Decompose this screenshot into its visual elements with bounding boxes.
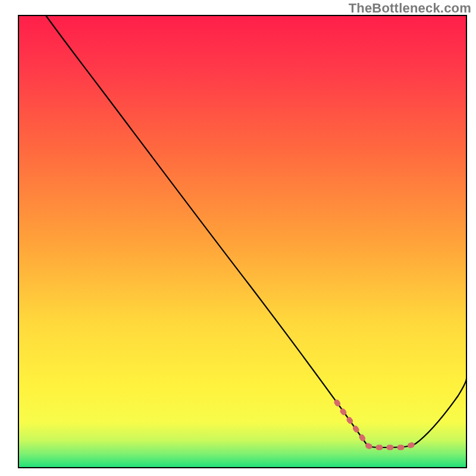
chart-container: TheBottleneck.com	[0, 0, 476, 476]
watermark-text: TheBottleneck.com	[349, 1, 471, 16]
bottleneck-chart	[0, 0, 476, 476]
plot-background	[18, 15, 466, 468]
